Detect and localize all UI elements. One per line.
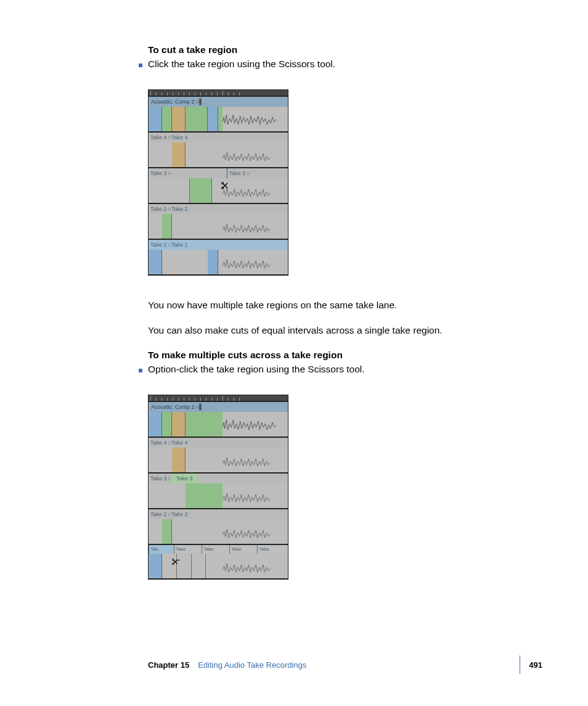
take-lane-4: Take 4 ○ Take 4 [149,437,288,473]
footer-divider [520,655,520,674]
take-lane-1: Take 1 ○ Take 1 [149,239,288,275]
take1-slice-header: Take [202,545,229,554]
take3-header: Take 3 ○ Take 3 [149,474,288,483]
take3-header-right: Take 3 ○ [227,168,288,178]
take2-label-right: Take 2 [171,511,188,517]
take4-header-left: Take 4 ○ Take 4 [149,133,288,142]
paragraph: You now have multiple take regions on th… [148,299,542,312]
take1-label-left: Take 1 [150,242,167,248]
take-lane-2: Take 2 ○ Take 2 [149,509,288,544]
comp-waveform [149,412,288,437]
take1-waveform [149,250,288,274]
timeline-ruler [149,395,288,401]
heading-multiple-cuts: To make multiple cuts across a take regi… [148,350,542,361]
comp-header-buttons [199,404,202,410]
chapter-label: Chapter 15 [148,660,189,670]
chapter-title: Editing Audio Take Recordings [198,660,306,670]
take3-label-right: Take 3 [229,170,246,176]
take2-label-right: Take 2 [171,206,188,212]
take3-label-right: Take 3 [171,474,198,483]
take3-label-left: Take 3 [150,170,167,176]
circle-icon: ○ [247,170,250,176]
take1-slice-headers: Tak Take Take Take Take [149,545,288,554]
take1-slice-header: Take [229,545,257,554]
comp-waveform [149,107,288,131]
take-lane-2: Take 2 ○ Take 2 [149,203,288,239]
take-lane-1-sliced: Tak Take Take Take Take [149,544,288,579]
take1-slice-header: Tak [149,545,174,554]
take2-label-left: Take 2 [150,511,167,517]
bullet-row: Option-click the take region using the S… [139,363,542,376]
comp-header: Acoustic: Comp 2 ○ [149,97,288,107]
heading-cut-take-region: To cut a take region [148,44,542,55]
take1-slice-header: Take [257,545,288,554]
take2-waveform [149,519,288,544]
comp-label-2: Acoustic: Comp 2 [151,404,195,410]
page-number: 491 [529,660,542,670]
take3-waveform [149,178,288,203]
comp-header-buttons [199,99,202,105]
comp-label: Acoustic: Comp 2 [151,99,195,105]
page-footer: Chapter 15 Editing Audio Take Recordings… [148,655,542,674]
take3-waveform [149,483,288,508]
comp-header: Acoustic: Comp 2 ○ [149,402,288,412]
take3-label-left: Take 3 [150,475,167,482]
take4-label-right: Take 4 [171,440,188,446]
take1-sliced-waveform [149,554,288,578]
take4-waveform [149,142,288,167]
circle-icon: ○ [168,170,171,176]
take2-header: Take 2 ○ Take 2 [149,204,288,214]
take4-header: Take 4 ○ Take 4 [149,438,288,448]
take2-waveform [149,214,288,239]
take4-waveform [149,448,288,472]
menu-button-icon [200,403,202,411]
take-lane-3: Take 3 ○ Take 3 ○ [149,168,288,203]
take2-header: Take 2 ○ Take 2 [149,509,288,519]
paragraph: You can also make cuts of equal interval… [148,324,542,337]
comp-lane: Acoustic: Comp 2 ○ [149,96,288,132]
figure-take-folder-multicut: Acoustic: Comp 2 ○ Take 4 [148,395,288,580]
square-bullet-icon [139,64,142,67]
menu-button-icon [200,98,202,105]
step-text: Click the take region using the Scissors… [148,58,335,71]
square-bullet-icon [139,369,142,372]
take-lane-3: Take 3 ○ Take 3 [149,473,288,509]
take2-label-left: Take 2 [150,206,167,212]
take1-slice-header: Take [174,545,202,554]
take1-label-right: Take 1 [171,242,188,248]
timeline-ruler [149,90,288,96]
take4-label-left: Take 4 [150,440,167,446]
take4-label-right: Take 4 [171,134,188,141]
take3-header-left: Take 3 ○ [149,168,227,178]
bullet-row: Click the take region using the Scissors… [139,58,542,71]
figure-take-folder-cut: Acoustic: Comp 2 ○ [148,89,288,276]
step-text: Option-click the take region using the S… [148,363,365,376]
take4-label-left: Take 4 [150,134,167,141]
take1-header: Take 1 ○ Take 1 [149,240,288,250]
take-lane-4: Take 4 ○ Take 4 [149,132,288,168]
comp-lane: Acoustic: Comp 2 ○ [149,401,288,437]
